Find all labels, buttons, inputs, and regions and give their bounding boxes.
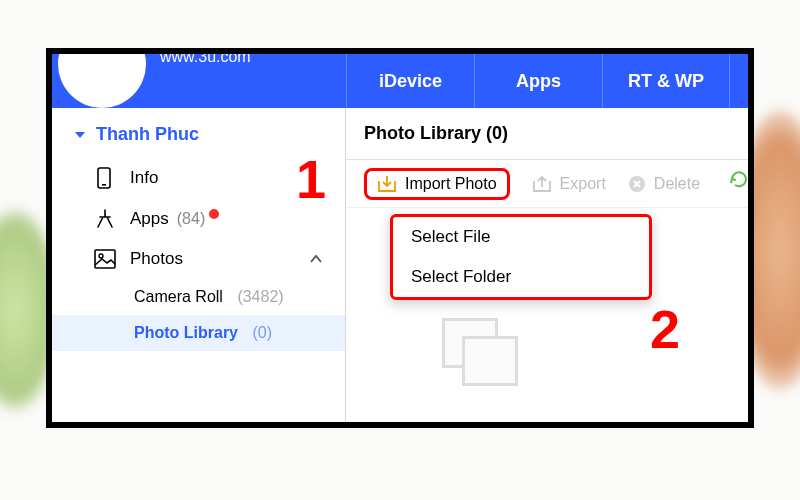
sidebar-item-label: Apps xyxy=(130,209,169,229)
brand-logo xyxy=(58,48,146,108)
button-label: Delete xyxy=(654,175,700,193)
notification-dot-icon xyxy=(209,209,219,219)
svg-rect-1 xyxy=(102,184,106,186)
export-icon xyxy=(532,175,552,193)
import-photo-button[interactable]: Import Photo xyxy=(364,168,510,200)
top-bar: www.3u.com iDevice Apps RT & WP xyxy=(52,54,748,108)
button-label: Export xyxy=(560,175,606,193)
phone-icon xyxy=(94,167,116,189)
sidebar-item-apps[interactable]: Apps (84) xyxy=(52,199,345,239)
top-tabs: iDevice Apps RT & WP xyxy=(346,54,730,108)
delete-icon xyxy=(628,175,646,193)
sidebar: Thanh Phuc Info Apps (84) P xyxy=(52,108,346,422)
sidebar-item-info[interactable]: Info xyxy=(52,157,345,199)
sidebar-sub-camera-roll[interactable]: Camera Roll (3482) xyxy=(52,279,345,315)
panel-title: Photo Library (0) xyxy=(364,123,508,144)
brand-url: www.3u.com xyxy=(160,48,251,66)
dropdown-select-file[interactable]: Select File xyxy=(393,217,649,257)
chevron-up-icon[interactable] xyxy=(309,252,323,266)
sidebar-item-label: Info xyxy=(130,168,158,188)
tab-apps[interactable]: Apps xyxy=(474,54,602,108)
sidebar-item-count: (84) xyxy=(177,210,205,228)
sidebar-sub-count: (3482) xyxy=(237,288,283,305)
device-selector[interactable]: Thanh Phuc xyxy=(52,108,345,157)
dropdown-select-folder[interactable]: Select Folder xyxy=(393,257,649,297)
toolbar: Import Photo Export Delete xyxy=(346,160,748,208)
sidebar-sub-label: Camera Roll xyxy=(134,288,223,305)
tab-rt-wp[interactable]: RT & WP xyxy=(602,54,730,108)
refresh-icon[interactable] xyxy=(728,168,750,194)
svg-point-3 xyxy=(99,254,103,258)
sidebar-sub-label: Photo Library xyxy=(134,324,238,341)
import-dropdown: Select File Select Folder xyxy=(390,214,652,300)
chevron-down-icon xyxy=(74,129,86,141)
sidebar-item-photos[interactable]: Photos xyxy=(52,239,345,279)
svg-rect-2 xyxy=(95,250,115,268)
main-panel: Photo Library (0) Import Photo Export xyxy=(346,108,748,422)
tab-idevice[interactable]: iDevice xyxy=(346,54,474,108)
empty-placeholder-icon xyxy=(442,318,534,398)
sidebar-item-label: Photos xyxy=(130,249,183,269)
apps-icon xyxy=(94,209,116,229)
sidebar-sub-photo-library[interactable]: Photo Library (0) xyxy=(52,315,345,351)
device-name: Thanh Phuc xyxy=(96,124,199,145)
button-label: Import Photo xyxy=(405,175,497,193)
app-window: www.3u.com iDevice Apps RT & WP Thanh Ph… xyxy=(46,48,754,428)
import-icon xyxy=(377,175,397,193)
sidebar-sub-count: (0) xyxy=(252,324,272,341)
export-button: Export xyxy=(532,175,606,193)
delete-button: Delete xyxy=(628,175,700,193)
image-icon xyxy=(94,249,116,269)
